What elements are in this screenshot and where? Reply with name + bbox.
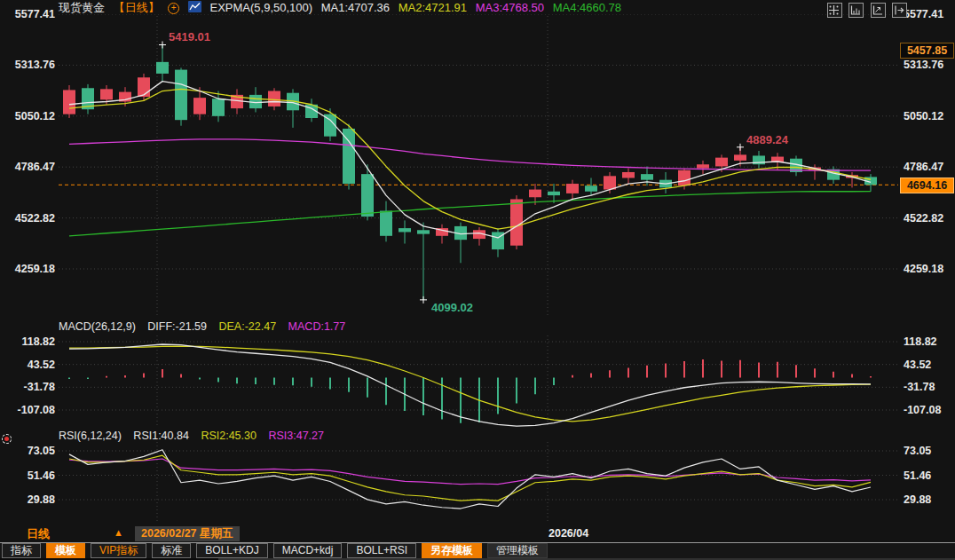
rsi-title: RSI(6,12,24) [59, 430, 122, 442]
rsi1-value: RSI1:40.84 [133, 430, 189, 442]
toolbar-item-7[interactable]: 另存模板 [422, 543, 482, 558]
axis-tick-label: 4786.47 [904, 160, 943, 174]
header-toolbar [825, 3, 907, 19]
axis-tick-label: 4259.18 [0, 262, 55, 276]
bottom-toolbar: 指标模板VIP指标标准BOLL+KDJMACD+kdjBOLL+RSI另存模板管… [0, 542, 955, 558]
axis-tick-label: -107.08 [904, 403, 941, 417]
toolbar-item-2[interactable]: VIP指标 [91, 543, 146, 558]
macd-diff-value: DIFF:-21.59 [147, 320, 207, 333]
toolbar-item-3[interactable]: 标准 [152, 543, 191, 558]
axis-tick-label: 73.05 [904, 444, 931, 458]
axis-tick-label: 73.05 [0, 444, 55, 458]
ma3-value: MA3:4768.50 [476, 1, 544, 14]
axis-tick-label: 43.52 [904, 358, 931, 372]
toolbar-item-4[interactable]: BOLL+KDJ [196, 543, 267, 558]
macd-header: MACD(26,12,9) DIFF:-21.59 DEA:-22.47 MAC… [59, 320, 354, 334]
axis-tick-label: 5577.41 [0, 7, 55, 21]
svg-text:5419.01: 5419.01 [169, 30, 210, 43]
toolbar-item-6[interactable]: BOLL+RSI [347, 543, 416, 558]
toolbar-item-1[interactable]: 模板 [46, 543, 85, 558]
price-tag-current: 4694.16 [900, 177, 954, 193]
rsi-header: RSI(6,12,24) RSI1:40.84 RSI2:45.30 RSI3:… [59, 430, 333, 443]
axis-scale-icon[interactable] [848, 3, 864, 18]
axis-tick-label: 4522.82 [904, 211, 943, 225]
axis-tick-label: 118.82 [0, 335, 55, 349]
rsi2-value: RSI2:45.30 [201, 430, 257, 442]
axis-tick-label: -107.08 [0, 403, 55, 417]
toolbar-item-8[interactable]: 管理模板 [487, 543, 548, 558]
axis-tick-label: 4522.82 [0, 211, 55, 225]
popout-icon[interactable] [892, 3, 907, 18]
period-tag[interactable]: 【日线】 [114, 1, 160, 14]
chart-header: 现货黄金 【日线】 + EXPMA(5,9,50,100) MA1:4707.3… [59, 1, 627, 15]
crosshair-date-label: 2026/02/27 星期五 [135, 526, 240, 541]
chart-tools-icon[interactable] [871, 3, 886, 18]
ma1-value: MA1:4707.36 [321, 1, 390, 14]
price-tag-high: 5457.85 [900, 43, 954, 59]
circle-plus-icon[interactable]: + [168, 3, 179, 14]
axis-tick-label: 51.46 [0, 469, 55, 483]
toolbar-item-0[interactable]: 指标 [2, 543, 41, 558]
triangle-up-icon[interactable]: ▲ [114, 527, 123, 538]
rsi3-value: RSI3:47.27 [268, 430, 324, 442]
chart-type-icon[interactable] [188, 1, 201, 16]
chart-app: { "header": { "symbol": "现货黄金", "period"… [0, 0, 955, 560]
axis-tick-label: -31.78 [904, 380, 935, 394]
axis-tick-label: 5050.12 [904, 109, 943, 123]
record-dot-icon[interactable] [2, 434, 12, 444]
macd-title: MACD(26,12,9) [59, 320, 136, 333]
axis-tick-label: 51.46 [904, 469, 931, 483]
candles-group [63, 44, 877, 299]
axis-tick-label: 118.82 [904, 335, 937, 349]
axis-tick-label: -31.78 [0, 380, 55, 394]
axis-tick-label: 5050.12 [0, 109, 55, 123]
axis-tick-label: 29.88 [0, 493, 55, 507]
toolbar-item-5[interactable]: MACD+kdj [273, 543, 343, 558]
ma2-value: MA2:4721.91 [399, 1, 467, 14]
axis-tick-label: 5577.41 [904, 7, 943, 21]
svg-text:4889.24: 4889.24 [746, 133, 789, 146]
axis-tick-label: 43.52 [0, 358, 55, 372]
axis-tick-label: 4259.18 [904, 262, 943, 276]
crosshair-icon[interactable] [827, 3, 842, 18]
macd-dea-value: DEA:-22.47 [219, 320, 277, 333]
axis-tick-label: 5313.76 [904, 58, 943, 72]
macd-macd-value: MACD:1.77 [288, 320, 346, 333]
indicator-name: EXPMA(5,9,50,100) [210, 1, 313, 14]
svg-text:4099.02: 4099.02 [431, 301, 473, 314]
axis-tick-label: 4786.47 [0, 160, 55, 174]
axis-tick-label: 29.88 [904, 493, 931, 507]
axis-tick-label: 5313.76 [0, 58, 55, 72]
symbol-name: 现货黄金 [59, 1, 105, 14]
ma4-value: MA4:4660.78 [553, 1, 621, 14]
month-tick-label: 2026/04 [549, 527, 588, 540]
period-selector[interactable]: 日线 [27, 526, 50, 542]
time-axis: 日线 ▲ 2026/02/27 星期五 2026/04 [0, 526, 955, 542]
